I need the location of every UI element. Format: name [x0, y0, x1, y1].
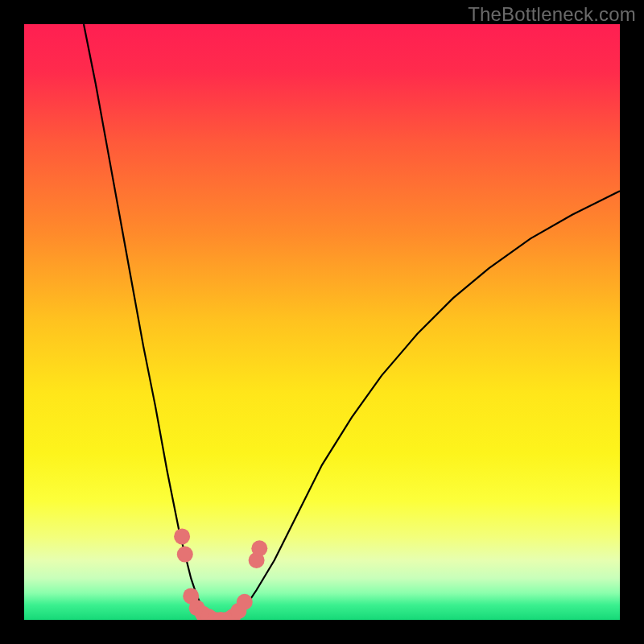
highlight-dot: [174, 528, 190, 544]
highlight-dot: [237, 594, 253, 610]
highlight-dot: [177, 547, 193, 563]
highlight-dot: [251, 540, 267, 556]
chart-svg: [24, 24, 620, 620]
plot-area: [24, 24, 620, 620]
gradient-background: [24, 24, 620, 620]
watermark-text: TheBottleneck.com: [468, 3, 636, 26]
chart-frame: TheBottleneck.com: [0, 0, 644, 644]
